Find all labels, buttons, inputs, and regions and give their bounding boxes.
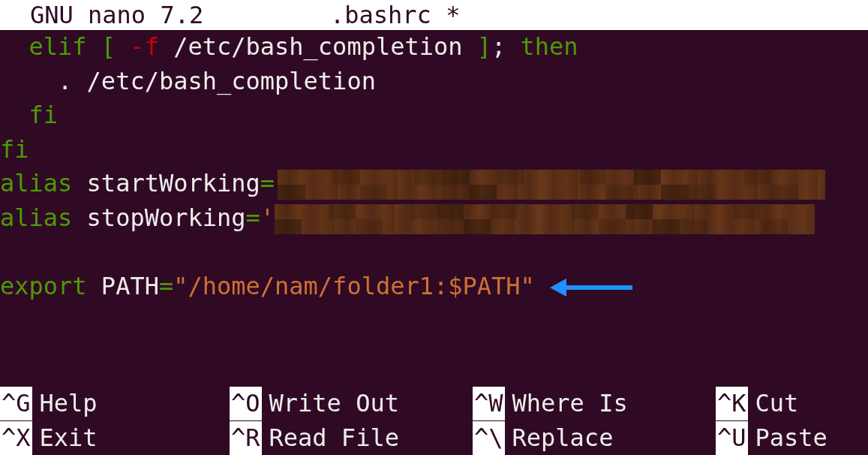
shortcut-paste[interactable]: ^U Paste	[716, 421, 827, 455]
shortcut-bar: ^G Help ^O Write Out ^W Where Is ^K Cut …	[0, 387, 868, 455]
code-line-1: elif [ -f /etc/bash_completion ]; then	[0, 30, 868, 65]
shortcut-exit[interactable]: ^X Exit	[0, 421, 230, 455]
redacted-value-2	[275, 204, 815, 234]
shortcut-write-out[interactable]: ^O Write Out	[230, 387, 473, 420]
shortcut-cut[interactable]: ^K Cut	[716, 387, 798, 420]
code-line-8: export PATH="/home/nam/folder1:$PATH"	[0, 270, 868, 304]
code-line-4: fi	[0, 133, 868, 167]
editor-content[interactable]: elif [ -f /etc/bash_completion ]; then .…	[0, 30, 868, 303]
arrow-icon	[550, 280, 632, 295]
shortcut-read-file[interactable]: ^R Read File	[230, 421, 473, 455]
code-line-3: fi	[0, 98, 868, 133]
code-line-2: . /etc/bash_completion	[0, 65, 868, 99]
app-name: GNU nano 7.2	[30, 0, 203, 30]
titlebar: GNU nano 7.2 .bashrc *	[0, 0, 868, 30]
filename: .bashrc *	[330, 0, 460, 30]
shortcut-where-is[interactable]: ^W Where Is	[473, 387, 716, 420]
redacted-value-1	[278, 170, 825, 200]
shortcut-row-2: ^X Exit ^R Read File ^\ Replace ^U Paste	[0, 421, 868, 456]
shortcut-row-1: ^G Help ^O Write Out ^W Where Is ^K Cut	[0, 387, 868, 421]
code-line-5: alias startWorking=	[0, 167, 868, 201]
code-line-6: alias stopWorking='	[0, 201, 868, 236]
shortcut-help[interactable]: ^G Help	[0, 387, 230, 420]
code-line-blank	[0, 235, 868, 270]
shortcut-replace[interactable]: ^\ Replace	[473, 421, 716, 455]
